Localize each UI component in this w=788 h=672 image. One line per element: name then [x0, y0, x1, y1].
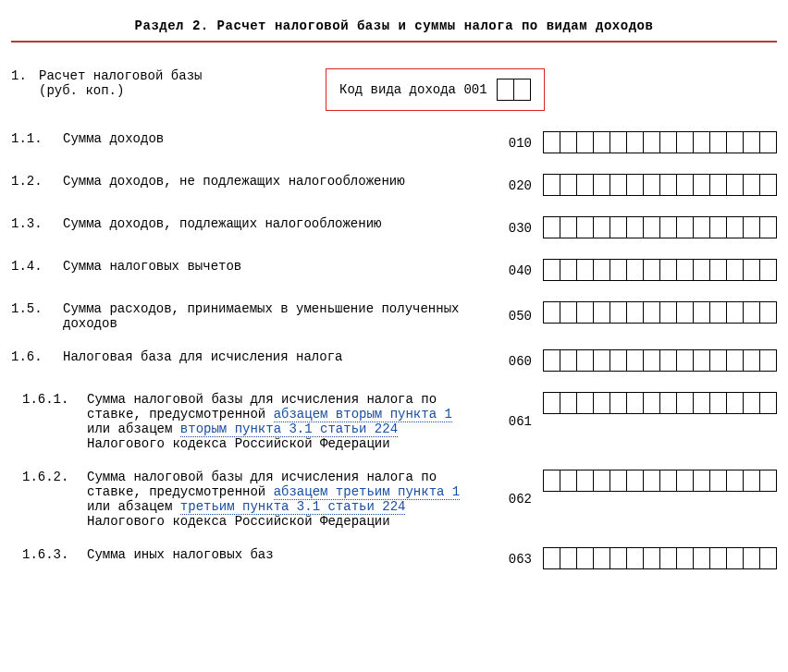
- label-line-1: Расчет налоговой базы: [39, 68, 202, 83]
- line-code: 030: [491, 221, 543, 236]
- value-cells[interactable]: [543, 174, 777, 196]
- value-cells[interactable]: [543, 216, 777, 238]
- item-label: Сумма иных налоговых баз: [87, 547, 491, 562]
- value-cells[interactable]: [543, 547, 777, 569]
- form-row: 1.5.Сумма расходов, принимаемых в уменьш…: [11, 301, 777, 331]
- item-number: 1.6.: [11, 349, 63, 364]
- item-label: Расчет налоговой базы (руб. коп.): [39, 68, 202, 98]
- item-label: Сумма налоговых вычетов: [63, 259, 491, 274]
- item-label: Сумма налоговой базы для исчисления нало…: [87, 392, 491, 451]
- item-number: 1.1.: [11, 131, 63, 146]
- label-line-2: (руб. коп.): [39, 83, 124, 98]
- row-1-6-1: 1.6.1. Сумма налоговой базы для исчислен…: [22, 392, 777, 451]
- line-code: 010: [491, 136, 543, 151]
- line-code: 020: [491, 178, 543, 193]
- item-number: 1.6.2.: [22, 470, 87, 484]
- section-title: Раздел 2. Расчет налоговой базы и суммы …: [11, 18, 777, 43]
- value-cells[interactable]: [543, 349, 777, 372]
- item-number: 1.3.: [11, 216, 63, 231]
- link-abz-two-p31-224[interactable]: вторым пункта 3.1 статьи 224: [180, 422, 398, 437]
- value-cells[interactable]: [543, 131, 777, 153]
- link-abz-three-p1[interactable]: абзацем третьим пункта 1: [274, 484, 461, 500]
- value-cells[interactable]: [543, 470, 777, 492]
- link-abz-three-p31-224[interactable]: третьим пункта 3.1 статьи 224: [180, 499, 406, 515]
- form-row: 1.4.Сумма налоговых вычетов040: [11, 259, 777, 283]
- line-code: 050: [491, 309, 543, 324]
- form-row: 1.6.Налоговая база для исчисления налога…: [11, 349, 777, 373]
- form-row: 1.2.Сумма доходов, не подлежащих налогоо…: [11, 174, 777, 198]
- line-code: 040: [491, 263, 543, 278]
- item-number: 1.2.: [11, 174, 63, 189]
- line-code: 063: [491, 552, 543, 567]
- item-number: 1.: [11, 68, 39, 83]
- item-label: Налоговая база для исчисления налога: [63, 349, 491, 364]
- line-code: 062: [491, 492, 543, 507]
- value-cells[interactable]: [543, 301, 777, 324]
- item-number: 1.6.3.: [22, 547, 87, 562]
- link-abz-two-p1[interactable]: абзацем вторым пункта 1: [274, 407, 452, 422]
- item-number: 1.5.: [11, 301, 63, 316]
- value-cells[interactable]: [543, 259, 777, 281]
- code-label: Код вида дохода 001: [339, 82, 487, 97]
- form-row: 1.3.Сумма доходов, подлежащих налогообло…: [11, 216, 777, 240]
- item-label: Сумма доходов, не подлежащих налогооблож…: [63, 174, 491, 189]
- code-input-cells[interactable]: [497, 79, 531, 101]
- item-number: 1.4.: [11, 259, 63, 274]
- row-1-6-2: 1.6.2. Сумма налоговой базы для исчислен…: [22, 470, 777, 529]
- row-1-6-3: 1.6.3. Сумма иных налоговых баз 063: [22, 547, 777, 571]
- item-label: Сумма доходов: [63, 131, 491, 146]
- item-label: Сумма расходов, принимаемых в уменьшение…: [63, 301, 491, 331]
- form-row: 1.1.Сумма доходов010: [11, 131, 777, 155]
- line-code: 061: [491, 414, 543, 429]
- value-cells[interactable]: [543, 392, 777, 414]
- top-row: 1. Расчет налоговой базы (руб. коп.) Код…: [11, 68, 777, 111]
- item-label: Сумма налоговой базы для исчисления нало…: [87, 470, 491, 529]
- income-type-code-box: Код вида дохода 001: [326, 68, 545, 111]
- item-label: Сумма доходов, подлежащих налогообложени…: [63, 216, 491, 231]
- item-number: 1.6.1.: [22, 392, 87, 407]
- line-code: 060: [491, 354, 543, 369]
